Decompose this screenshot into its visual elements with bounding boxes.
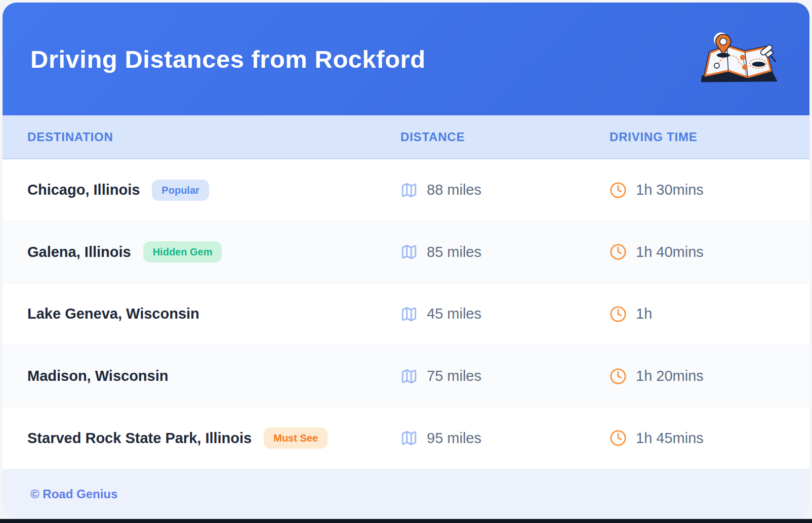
destination-cell: Lake Geneva, Wisconsin — [27, 306, 400, 322]
clock-icon — [610, 306, 627, 323]
column-header-row: DESTINATION DISTANCE DRIVING TIME — [3, 115, 809, 159]
destination-cell: Madison, Wisconsin — [27, 368, 400, 384]
map-icon — [400, 306, 418, 323]
column-header-driving-time: DRIVING TIME — [610, 130, 809, 144]
map-icon — [400, 368, 418, 385]
destination-badge: Popular — [152, 180, 209, 201]
destination-cell: Galena, Illinois Hidden Gem — [27, 241, 400, 263]
page-title: Driving Distances from Rockford — [30, 45, 426, 73]
driving-time-cell: 1h 45mins — [610, 429, 809, 447]
table-body: Chicago, Illinois Popular 88 miles 1h 30… — [3, 159, 809, 469]
driving-time-cell: 1h — [610, 306, 809, 323]
distance-value: 88 miles — [427, 182, 481, 198]
driving-time-value: 1h 30mins — [636, 182, 704, 198]
destination-label: Lake Geneva, Wisconsin — [27, 306, 199, 322]
clock-icon — [610, 182, 627, 199]
table-row: Madison, Wisconsin 75 miles 1h 20mins — [3, 345, 809, 407]
column-header-destination: DESTINATION — [27, 130, 400, 144]
copyright-text: © Road Genius — [30, 487, 117, 501]
driving-time-value: 1h 45mins — [636, 430, 704, 447]
card-header: Driving Distances from Rockford — [3, 3, 809, 115]
distance-cell: 45 miles — [400, 306, 610, 323]
table-row: Starved Rock State Park, Illinois Must S… — [3, 407, 809, 469]
map-icon — [400, 429, 418, 447]
destination-label: Starved Rock State Park, Illinois — [27, 430, 252, 447]
driving-time-value: 1h — [636, 306, 652, 322]
driving-time-cell: 1h 40mins — [610, 243, 809, 260]
destination-cell: Chicago, Illinois Popular — [27, 180, 400, 201]
distance-value: 75 miles — [427, 368, 481, 384]
clock-icon — [610, 243, 627, 260]
table-row: Lake Geneva, Wisconsin 45 miles 1h — [3, 283, 809, 345]
map-illustration-icon — [688, 19, 782, 100]
distance-cell: 88 miles — [400, 182, 610, 199]
clock-icon — [610, 368, 627, 385]
map-icon — [400, 243, 418, 260]
distance-value: 45 miles — [427, 306, 481, 322]
destination-label: Madison, Wisconsin — [27, 368, 169, 384]
distance-cell: 75 miles — [400, 368, 610, 385]
driving-time-cell: 1h 20mins — [610, 368, 809, 385]
destination-label: Galena, Illinois — [27, 244, 131, 260]
destination-badge: Hidden Gem — [143, 241, 222, 263]
table-row: Chicago, Illinois Popular 88 miles 1h 30… — [3, 159, 809, 221]
table-row: Galena, Illinois Hidden Gem 85 miles 1h … — [3, 221, 809, 283]
card-footer: © Road Genius — [3, 469, 809, 519]
distance-cell: 95 miles — [400, 429, 610, 447]
clock-icon — [610, 429, 627, 447]
column-header-distance: DISTANCE — [400, 130, 610, 144]
bottom-edge-strip — [0, 519, 812, 523]
destination-label: Chicago, Illinois — [27, 182, 140, 198]
driving-time-value: 1h 20mins — [636, 368, 704, 384]
driving-time-cell: 1h 30mins — [610, 182, 809, 199]
driving-distances-card: Driving Distances from Rockford — [3, 3, 809, 519]
destination-badge: Must See — [264, 427, 328, 449]
driving-time-value: 1h 40mins — [636, 244, 704, 260]
distance-cell: 85 miles — [400, 243, 610, 260]
map-icon — [400, 182, 418, 199]
destination-cell: Starved Rock State Park, Illinois Must S… — [27, 427, 400, 449]
distance-value: 95 miles — [427, 430, 481, 447]
distance-value: 85 miles — [427, 244, 481, 260]
